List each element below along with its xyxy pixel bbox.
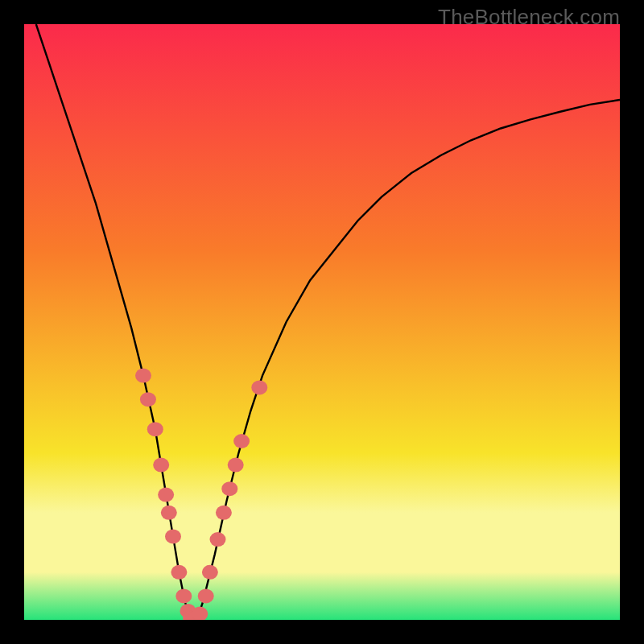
data-marker	[198, 588, 214, 603]
data-marker	[251, 380, 267, 394]
data-marker	[216, 506, 232, 520]
data-marker	[158, 488, 174, 502]
data-marker	[233, 434, 250, 448]
data-marker	[135, 369, 151, 383]
chart-svg	[24, 24, 620, 620]
data-marker	[221, 481, 237, 496]
data-marker	[165, 529, 181, 543]
plot-area	[24, 24, 620, 620]
data-marker	[175, 588, 192, 603]
data-marker	[147, 422, 163, 436]
data-marker	[161, 506, 177, 520]
gradient-background	[24, 24, 620, 620]
data-marker	[228, 458, 244, 473]
data-marker	[153, 458, 169, 473]
data-marker	[202, 565, 218, 580]
data-marker	[210, 532, 226, 547]
data-marker	[171, 565, 187, 580]
data-marker	[140, 392, 156, 407]
chart-frame: TheBottleneck.com	[0, 0, 644, 644]
